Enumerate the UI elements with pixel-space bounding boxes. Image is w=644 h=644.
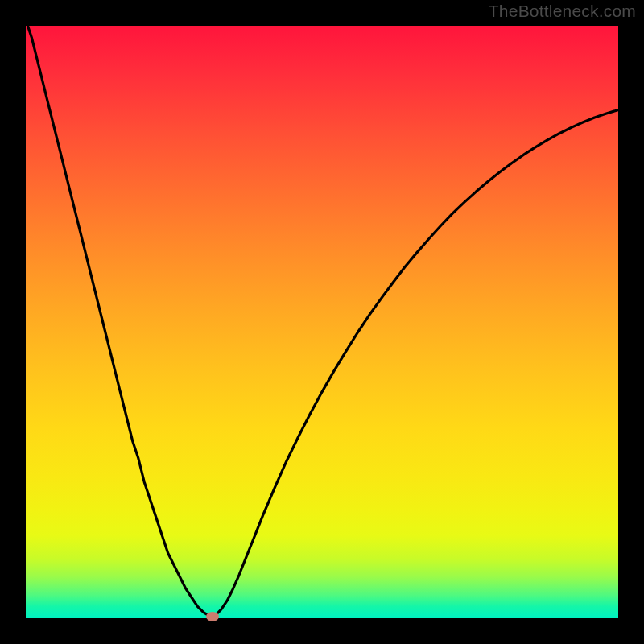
- chart-container: TheBottleneck.com: [0, 0, 644, 644]
- curve-svg: [26, 26, 618, 618]
- watermark-text: TheBottleneck.com: [489, 2, 636, 21]
- optimum-marker: [206, 612, 219, 621]
- bottleneck-curve: [26, 26, 618, 616]
- plot-area: [26, 26, 618, 618]
